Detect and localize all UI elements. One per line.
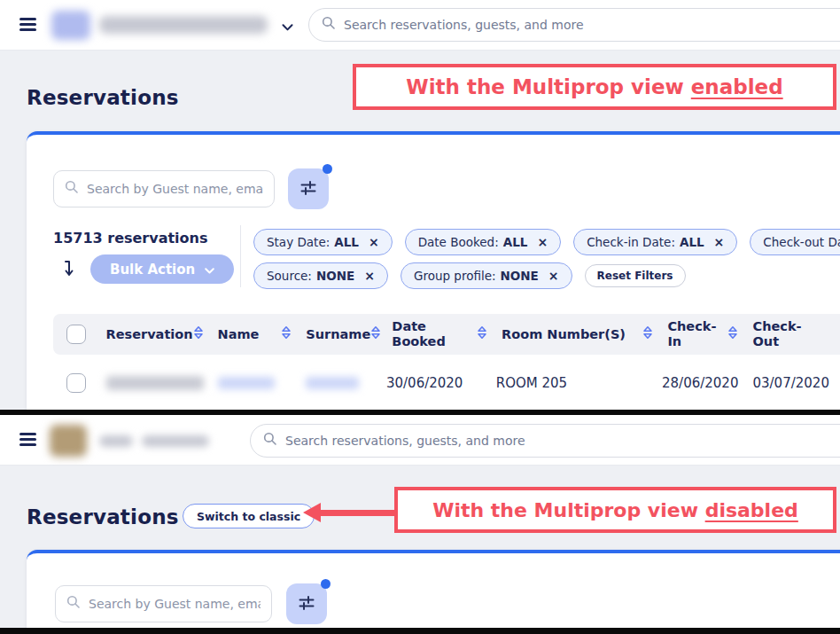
row-checkbox[interactable] [66, 373, 86, 393]
sort-icon [193, 325, 204, 343]
guest-search[interactable] [55, 585, 272, 622]
filter-chip-checkout-date[interactable]: Check-out Date:ALL × [750, 229, 840, 255]
property-name-redacted [99, 16, 268, 34]
annotation-tail: disabled [705, 499, 798, 521]
close-icon[interactable]: × [548, 269, 559, 283]
column-header-reservation[interactable]: Reservation [106, 325, 218, 343]
check-out-value: 03/07/2020 [752, 375, 828, 391]
table-row[interactable]: 30/06/2020 ROOM 205 28/06/2020 03/07/202… [53, 355, 840, 411]
screenshot-root: Reservations With the Multiprop view ena… [0, 0, 840, 634]
global-search[interactable] [308, 8, 840, 42]
column-header-room-numbers[interactable]: Room Number(S) [502, 325, 667, 343]
date-booked-value: 30/06/2020 [386, 375, 463, 391]
filter-chips-row-1: Stay Date:ALL × Date Booked:ALL × Check-… [253, 229, 840, 255]
select-all-checkbox[interactable] [66, 325, 86, 344]
guest-search-input[interactable] [89, 597, 261, 611]
switch-to-classic-button[interactable]: Switch to classic [183, 504, 315, 528]
reservations-panel: 15713 reservations Bulk Action Stay Date… [27, 131, 840, 410]
chevron-down-icon [205, 262, 214, 278]
menu-icon[interactable] [19, 18, 36, 20]
guest-search[interactable] [53, 170, 275, 207]
property-switcher[interactable] [48, 423, 216, 458]
chevron-down-icon [282, 18, 293, 35]
annotation-arrow-tail [319, 510, 396, 516]
bottom-edge-bar [0, 628, 840, 634]
guest-surname-link-redacted[interactable] [306, 377, 359, 389]
filter-chip-checkin-date[interactable]: Check-in Date:ALL × [573, 229, 737, 255]
global-search-input[interactable] [285, 434, 840, 448]
filter-chips-row-2: Source:NONE × Group profile:NONE × Reset… [253, 262, 686, 289]
column-header-surname[interactable]: Surname [306, 325, 392, 343]
search-icon [65, 180, 79, 198]
close-icon[interactable]: × [537, 235, 548, 249]
global-search-input[interactable] [344, 18, 840, 32]
divider [240, 225, 241, 287]
sort-icon [281, 325, 292, 343]
sort-icon [477, 325, 487, 343]
close-icon[interactable]: × [369, 235, 379, 249]
annotation-body: the Multiprop view [484, 499, 704, 521]
sliders-icon [299, 179, 317, 200]
bulk-action-label: Bulk Action [110, 262, 195, 278]
page-title: Reservations [27, 86, 179, 109]
annotation-arrow-head [303, 503, 321, 522]
global-search[interactable] [250, 424, 840, 458]
filters-active-badge [321, 579, 331, 589]
property-name-redacted [142, 435, 209, 447]
reset-filters-button[interactable]: Reset Filters [585, 264, 686, 287]
column-header-date-booked[interactable]: Date Booked [392, 319, 502, 348]
annotation-enabled: With the Multiprop view enabled [353, 64, 836, 110]
filter-chip-stay-date[interactable]: Stay Date:ALL × [253, 229, 393, 255]
column-header-check-in[interactable]: Check-In [667, 319, 752, 348]
column-header-name[interactable]: Name [218, 325, 307, 343]
sort-icon [370, 325, 381, 343]
property-switcher[interactable] [50, 10, 280, 41]
filter-chip-source[interactable]: Source:NONE × [253, 262, 388, 289]
filter-chip-date-booked[interactable]: Date Booked:ALL × [405, 229, 562, 255]
reservation-id-redacted [106, 376, 204, 390]
annotation-lead: With [406, 75, 460, 98]
filters-button[interactable] [288, 168, 329, 209]
property-logo-redacted [50, 425, 87, 457]
property-logo-redacted [51, 11, 90, 40]
annotation-lead: With [432, 499, 484, 521]
guest-search-input[interactable] [87, 182, 263, 196]
bulk-action-button[interactable]: Bulk Action [90, 254, 234, 284]
check-in-value: 28/06/2020 [662, 375, 738, 391]
search-icon [66, 595, 81, 613]
header-select-all [53, 325, 106, 344]
page-title: Reservations [27, 505, 179, 528]
annotation-disabled: With the Multiprop view disabled [394, 487, 836, 533]
sort-icon [727, 325, 738, 343]
filters-button[interactable] [286, 583, 327, 624]
top-app-header [0, 0, 840, 51]
annotation-body: the Multiprop view [460, 75, 691, 98]
search-icon [263, 432, 277, 450]
reservations-panel [27, 550, 840, 634]
annotation-tail: enabled [691, 75, 783, 98]
reservation-count: 15713 reservations [53, 230, 208, 247]
bottom-app-header [0, 415, 840, 466]
menu-icon[interactable] [19, 433, 36, 435]
filters-active-badge [323, 164, 332, 174]
room-numbers-value: ROOM 205 [496, 375, 567, 391]
close-icon[interactable]: × [364, 269, 375, 283]
table-header-row: Reservation Name Surname Date Booked Roo… [53, 314, 840, 355]
sort-icon [642, 325, 653, 343]
search-icon [322, 16, 336, 34]
close-icon[interactable]: × [714, 235, 725, 249]
property-name-redacted [99, 435, 133, 447]
filter-chip-group-profile[interactable]: Group profile:NONE × [401, 262, 572, 289]
sort-order-icon[interactable] [62, 258, 76, 283]
sliders-icon [298, 594, 315, 614]
column-header-check-out[interactable]: Check-Out [752, 319, 840, 348]
guest-name-link-redacted[interactable] [218, 377, 275, 389]
